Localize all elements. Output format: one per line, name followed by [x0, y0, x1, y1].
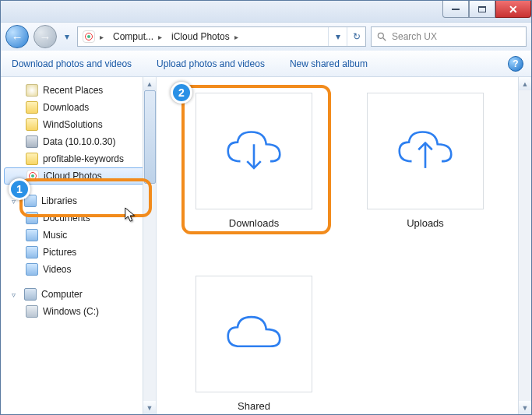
command-bar: Download photos and videos Upload photos… [1, 51, 531, 77]
address-bar[interactable]: ▸ Comput... ▸ iCloud Photos ▸ ▾ ↻ [77, 26, 366, 47]
folder-shared[interactable]: Shared [196, 276, 312, 412]
annotation-step-2: 2 [171, 82, 192, 104]
svg-point-1 [87, 35, 90, 38]
breadcrumb-icloud-photos[interactable]: iCloud Photos ▸ [167, 27, 243, 46]
minimize-button[interactable] [442, 1, 469, 18]
scroll-down-button[interactable]: ▼ [143, 401, 156, 414]
folder-label: Downloads [229, 217, 279, 229]
help-button[interactable]: ? [508, 56, 523, 72]
search-placeholder: Search UX [392, 31, 437, 42]
sidebar-item-label: Data (10.10.0.30) [43, 136, 115, 147]
chevron-right-icon: ▸ [233, 33, 240, 41]
sidebar-item-label: Downloads [43, 102, 89, 113]
sidebar-item-label: Recent Places [43, 85, 103, 96]
cloud-icon [219, 307, 289, 361]
cloud-upload-icon [390, 124, 460, 178]
network-drive-icon [26, 135, 38, 148]
search-input[interactable]: Search UX [371, 26, 527, 47]
folder-downloads[interactable]: Downloads [196, 93, 312, 229]
sidebar-item-label: iCloud Photos [44, 171, 102, 181]
icloud-photos-icon [83, 30, 95, 43]
sidebar-item-windsolutions[interactable]: WindSolutions [1, 116, 156, 133]
pictures-icon [26, 246, 38, 258]
sidebar-item-data[interactable]: Data (10.10.0.30) [1, 133, 156, 150]
sidebar-item-pictures[interactable]: Pictures [1, 244, 156, 261]
drive-icon [26, 305, 38, 318]
nav-history-dropdown[interactable]: ▾ [62, 25, 72, 48]
folder-uploads[interactable]: Uploads [367, 93, 484, 229]
sidebar-item-label: Pictures [43, 247, 76, 258]
sidebar-scrollbar[interactable]: ▲ ▼ [143, 77, 156, 414]
folder-thumbnail [196, 276, 312, 392]
scroll-down-button[interactable]: ▼ [519, 401, 531, 414]
sidebar-item-label: Windows (C:) [43, 306, 99, 317]
close-button[interactable]: ✕ [495, 1, 531, 18]
address-dropdown[interactable]: ▾ [328, 27, 347, 46]
folder-icon [26, 101, 38, 114]
documents-icon [26, 212, 38, 224]
scroll-up-button[interactable]: ▲ [519, 77, 531, 90]
folder-label: Shared [238, 400, 270, 412]
explorer-window: ✕ ← → ▾ ▸ Comput... ▸ iCloud Photos ▸ ▾ [0, 0, 532, 415]
content-pane[interactable]: Downloads Uploads [157, 77, 531, 414]
folder-thumbnail [196, 93, 312, 209]
sidebar-item-label: WindSolutions [43, 119, 103, 130]
folder-icon [26, 118, 38, 131]
navigation-pane: Recent Places Downloads WindSolutions Da… [1, 77, 157, 414]
sidebar-item-label: profitable-keywords [43, 153, 124, 164]
forward-button[interactable]: → [33, 25, 57, 48]
chevron-right-icon: ▸ [157, 33, 164, 41]
folder-icon [26, 153, 38, 165]
videos-icon [26, 263, 38, 276]
recent-places-icon [26, 84, 38, 97]
cloud-download-icon [219, 124, 289, 178]
sidebar-group-label: Libraries [41, 195, 77, 206]
annotation-step-1: 1 [9, 178, 30, 200]
sidebar-item-label: Music [43, 230, 67, 241]
maximize-button[interactable] [469, 1, 495, 18]
breadcrumb-root[interactable]: ▸ [78, 27, 108, 46]
new-shared-album-link[interactable]: New shared album [290, 58, 368, 69]
sidebar-item-label: Videos [43, 264, 71, 275]
nav-bar: ← → ▾ ▸ Comput... ▸ iCloud Photos ▸ ▾ ↻ [1, 23, 531, 51]
back-button[interactable]: ← [5, 25, 29, 48]
sidebar-item-label: Documents [43, 213, 90, 223]
content-scrollbar[interactable]: ▲ ▼ [518, 77, 531, 414]
sidebar-group-label: Computer [41, 289, 83, 300]
breadcrumb-label: iCloud Photos [171, 31, 230, 42]
sidebar-item-videos[interactable]: Videos [1, 261, 156, 278]
breadcrumb-computer[interactable]: Comput... ▸ [108, 27, 167, 46]
sidebar-item-downloads[interactable]: Downloads [1, 99, 156, 116]
title-bar[interactable]: ✕ [1, 1, 531, 23]
sidebar-item-recent-places[interactable]: Recent Places [1, 82, 156, 99]
svg-line-3 [383, 38, 386, 41]
svg-point-5 [31, 174, 34, 178]
chevron-right-icon: ▸ [98, 33, 105, 41]
upload-photos-link[interactable]: Upload photos and videos [157, 58, 265, 69]
folder-thumbnail [367, 93, 484, 209]
svg-point-2 [378, 33, 383, 38]
refresh-button[interactable]: ↻ [347, 27, 365, 46]
sidebar-group-computer[interactable]: ▿Computer [1, 286, 156, 303]
sidebar-item-profitable-keywords[interactable]: profitable-keywords [1, 150, 156, 167]
computer-icon [24, 288, 37, 301]
search-icon [376, 31, 387, 42]
folder-label: Uploads [407, 217, 444, 229]
sidebar-item-music[interactable]: Music [1, 227, 156, 244]
sidebar-item-drive-c[interactable]: Windows (C:) [1, 303, 156, 320]
mouse-cursor [124, 206, 138, 223]
scroll-up-button[interactable]: ▲ [143, 77, 156, 90]
icloud-photos-icon [26, 170, 39, 182]
scroll-thumb[interactable] [144, 90, 156, 184]
expander-icon[interactable]: ▿ [12, 290, 19, 299]
music-icon [26, 229, 38, 241]
download-photos-link[interactable]: Download photos and videos [12, 58, 132, 69]
breadcrumb-label: Comput... [113, 31, 153, 42]
